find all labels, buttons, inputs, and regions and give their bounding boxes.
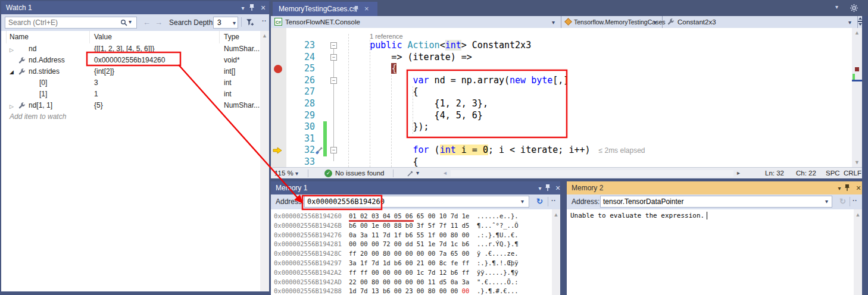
code-line[interactable]: public Action<int> Constant2x3 xyxy=(327,40,531,52)
memory1-scrollbar[interactable]: ▲ xyxy=(552,209,560,295)
watch-row[interactable]: [1]1int xyxy=(1,89,260,100)
window-position-icon[interactable]: ▾ xyxy=(238,1,248,14)
search-input[interactable] xyxy=(5,17,137,29)
zoom-level-select[interactable]: 115 % ▾ xyxy=(274,168,298,179)
column-header-value[interactable]: Value xyxy=(94,31,112,43)
hex-address: 0x000002556B194260 xyxy=(274,212,342,221)
toolbar-overflow-icon[interactable]: .. xyxy=(853,195,857,202)
breakpoint-margin[interactable] xyxy=(271,28,286,167)
member-name: Constant2x3 xyxy=(677,16,716,28)
toolbar-overflow-icon[interactable]: .. xyxy=(551,195,556,202)
line-number: 26 xyxy=(289,75,315,87)
pin-icon[interactable] xyxy=(354,5,359,13)
line-number: 27 xyxy=(289,86,315,98)
scroll-right-icon[interactable]: ▸ xyxy=(737,168,740,178)
document-tab[interactable]: MemoryTestingCases.cs × xyxy=(273,2,377,16)
method-wrench-icon xyxy=(667,18,675,26)
hex-row[interactable]: 0x000002556B1942A2ff ff 00 00 00 00 1c 7… xyxy=(271,268,552,278)
code-line[interactable]: { xyxy=(327,156,419,167)
type-dropdown[interactable]: Tensorflow.MemoryTestingCases ▾ xyxy=(561,16,663,28)
member-dropdown[interactable]: Constant2x3 ▾ xyxy=(662,16,858,28)
memory1-title-bar[interactable]: Memory 1 ▾ × xyxy=(271,181,560,194)
hex-address: 0x000002556B1942AD xyxy=(274,278,342,287)
window-position-icon[interactable]: ▾ xyxy=(535,181,545,194)
breakpoint-icon[interactable] xyxy=(274,65,282,73)
code-line[interactable]: {4, 5, 6} xyxy=(327,110,483,122)
code-cleanup-icon[interactable] xyxy=(407,170,414,177)
issues-status[interactable]: No issues found xyxy=(335,168,384,178)
close-icon[interactable]: × xyxy=(364,2,369,16)
issues-check-icon[interactable]: ✓ xyxy=(324,170,332,177)
hex-row[interactable]: 0x000002556B19428Cff 20 00 80 00 00 00 0… xyxy=(271,249,552,259)
watch-row[interactable]: ▷nd[1, 1]{5}NumShar... xyxy=(1,100,260,111)
hex-row[interactable]: 0x000002556B1942B81d 7d 13 b6 00 23 00 8… xyxy=(271,287,552,295)
window-position-icon[interactable]: ▾ xyxy=(835,181,844,194)
chevron-down-icon[interactable]: ▾ xyxy=(416,168,419,178)
close-icon[interactable]: × xyxy=(854,181,862,194)
watch-title-bar[interactable]: Watch 1 ▾ × xyxy=(1,1,269,14)
hex-address: 0x000002556B194281 xyxy=(274,240,342,249)
scroll-left-icon[interactable]: ◂ xyxy=(444,168,447,178)
memory2-title-bar[interactable]: Memory 2 ▾ × xyxy=(567,181,862,194)
editor-vertical-scrollbar[interactable]: ▲ ▼ xyxy=(852,28,862,167)
refresh-icon[interactable]: ↻ xyxy=(536,197,543,206)
status-line-ending-toggle[interactable]: CRLF xyxy=(844,168,861,178)
code-line[interactable]: }); xyxy=(327,121,429,133)
search-icon[interactable] xyxy=(120,19,127,26)
row-expander-icon[interactable]: ◢ xyxy=(10,67,14,78)
watch-row[interactable]: ◢nd.strides{int[2]}int[] xyxy=(1,66,260,77)
status-spaces-toggle[interactable]: SPC xyxy=(826,168,840,178)
hex-row[interactable]: 0x000002556B1942AD22 00 80 00 00 00 00 1… xyxy=(271,278,552,287)
watch-scrollbar[interactable]: ▲ xyxy=(260,31,269,291)
hex-row[interactable]: 0x000002556B1942760a 3a 11 7d 1f b6 55 1… xyxy=(271,231,552,240)
status-line-number: Ln: 32 xyxy=(765,168,784,178)
watch-row[interactable]: ▷nd{[[1, 2, 3], [4, 5, 6]]}NumShar... xyxy=(1,43,260,55)
refresh-icon[interactable]: ↻ xyxy=(839,197,846,206)
close-icon[interactable]: × xyxy=(258,1,268,14)
watch-value: {5} xyxy=(94,100,103,111)
code-editor[interactable]: 1 reference 23−24−2526−272829303132−33 p… xyxy=(271,28,862,167)
search-options-chevron-icon[interactable]: ▾ xyxy=(129,18,132,25)
toolbar-overflow-icon[interactable]: .. xyxy=(262,15,267,23)
horizontal-scrollbar-track[interactable] xyxy=(451,170,733,177)
split-editor-control[interactable] xyxy=(857,16,862,28)
hex-row[interactable]: 0x000002556B1942973a 1f 7d 1d b6 00 21 0… xyxy=(271,259,552,268)
scroll-up-icon[interactable]: ▲ xyxy=(854,212,862,218)
memory2-scrollbar[interactable]: ▲ xyxy=(854,209,862,295)
code-line[interactable]: { xyxy=(327,86,419,98)
chevron-down-icon[interactable]: ▾ xyxy=(825,198,828,205)
column-header-type[interactable]: Type xyxy=(224,31,239,43)
code-line[interactable]: for (int i = 0; i < iterate; i++)≤ 2ms e… xyxy=(327,145,645,157)
hex-row[interactable]: 0x000002556B19428100 00 00 72 00 dd 51 1… xyxy=(271,240,552,249)
editor-status-bar: 115 % ▾ ✓ No issues found ▾ ◂ ▸ Ln: 32 C… xyxy=(271,167,862,178)
close-icon[interactable]: × xyxy=(553,181,560,194)
code-lens-references[interactable]: 1 reference xyxy=(370,33,403,40)
hex-row[interactable]: 0x000002556B19426Bb6 00 1e 00 88 b0 3f 5… xyxy=(271,221,552,231)
forward-arrow-icon[interactable]: → xyxy=(155,18,163,27)
code-line[interactable]: {1, 2, 3}, xyxy=(327,98,488,110)
project-dropdown[interactable]: C# TensorFlowNET.Console ▾ xyxy=(271,16,561,28)
gear-icon[interactable] xyxy=(850,4,858,12)
memory1-address-input[interactable] xyxy=(304,196,529,208)
watch-add-item-row[interactable]: Add item to watch xyxy=(1,111,260,123)
code-line[interactable]: var nd = np.array(new byte[,] xyxy=(327,75,569,87)
watch-row[interactable]: [0]3int xyxy=(1,77,260,89)
scroll-up-icon[interactable]: ▲ xyxy=(260,33,269,39)
filter-pin-icon[interactable] xyxy=(245,18,254,27)
watch-row[interactable]: nd.Address0x000002556b194260void* xyxy=(1,55,260,66)
document-list-chevron-icon[interactable]: ▾ xyxy=(835,4,838,10)
back-arrow-icon[interactable]: ← xyxy=(143,18,151,27)
code-line[interactable]: { xyxy=(327,63,396,75)
scroll-up-icon[interactable]: ▲ xyxy=(552,212,560,218)
search-depth-select[interactable]: 3 ▾ xyxy=(213,17,238,29)
code-line[interactable]: => (iterate) => xyxy=(327,52,472,64)
memory2-address-input[interactable] xyxy=(600,196,832,208)
scroll-up-icon[interactable]: ▲ xyxy=(852,30,862,36)
edit-screwdriver-icon[interactable] xyxy=(315,146,323,155)
column-header-name[interactable]: Name xyxy=(10,31,29,43)
chevron-down-icon[interactable]: ▾ xyxy=(521,198,524,205)
code-token: ( xyxy=(429,145,440,155)
scroll-down-icon[interactable]: ▼ xyxy=(852,159,862,165)
hex-row[interactable]: 0x000002556B19426001 02 03 04 05 06 65 0… xyxy=(271,212,552,221)
memory1-hex-dump[interactable]: 0x000002556B19426001 02 03 04 05 06 65 0… xyxy=(271,209,552,295)
